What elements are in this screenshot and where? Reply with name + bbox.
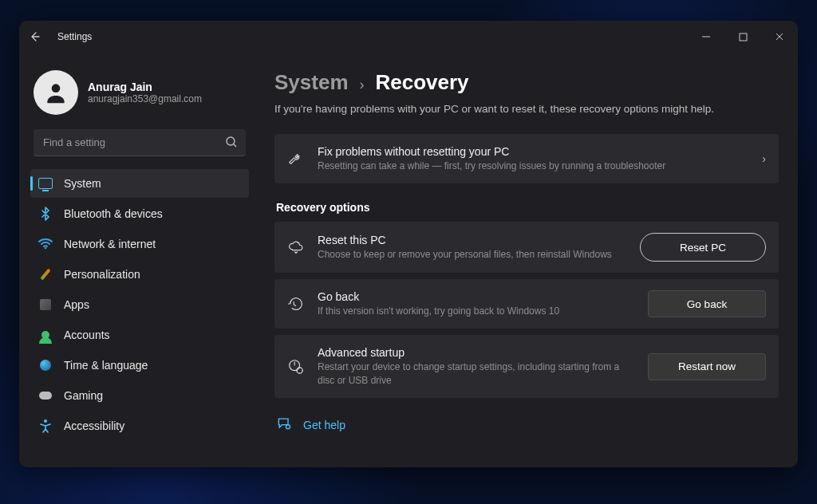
svg-point-3 — [45, 247, 47, 250]
nav-list: System Bluetooth & devices Network & int… — [30, 169, 249, 440]
minimize-icon — [701, 32, 711, 41]
chevron-right-icon: › — [762, 152, 766, 165]
accessibility-icon — [38, 419, 53, 433]
sidebar-item-time-language[interactable]: Time & language — [30, 351, 249, 380]
sidebar-item-apps[interactable]: Apps — [30, 290, 249, 319]
card-desc: If this version isn't working, try going… — [318, 305, 635, 317]
svg-rect-0 — [740, 33, 747, 41]
sidebar-item-label: Network & internet — [64, 238, 156, 250]
go-back-card: Go back If this version isn't working, t… — [274, 279, 779, 329]
sidebar-item-gaming[interactable]: Gaming — [30, 381, 249, 410]
titlebar: Settings — [19, 21, 798, 53]
paintbrush-icon — [38, 267, 53, 282]
svg-point-7 — [286, 424, 290, 428]
sidebar-item-label: Time & language — [64, 359, 148, 372]
sidebar-item-label: Accessibility — [64, 419, 124, 432]
svg-point-4 — [44, 419, 47, 423]
sidebar-item-label: Personalization — [64, 268, 140, 281]
card-title: Fix problems without resetting your PC — [318, 145, 749, 158]
card-desc: Resetting can take a while — first, try … — [318, 159, 749, 172]
page-subtitle: If you're having problems with your PC o… — [274, 103, 779, 115]
search-icon — [225, 136, 238, 152]
user-account-row[interactable]: Anurag Jain anuragjain353@gmail.com — [34, 70, 246, 115]
sidebar-item-system[interactable]: System — [30, 169, 249, 198]
svg-point-2 — [227, 137, 235, 145]
svg-point-1 — [52, 84, 61, 93]
sidebar-item-accounts[interactable]: Accounts — [30, 321, 249, 349]
card-desc: Restart your device to change startup se… — [318, 360, 635, 386]
wrench-icon — [287, 150, 305, 167]
close-button[interactable] — [761, 21, 798, 53]
sidebar-item-personalization[interactable]: Personalization — [30, 260, 249, 289]
advanced-startup-card: Advanced startup Restart your device to … — [274, 335, 779, 397]
sidebar-item-label: Gaming — [64, 389, 103, 402]
card-desc: Choose to keep or remove your personal f… — [318, 248, 627, 261]
sidebar-item-label: Accounts — [64, 329, 110, 341]
sidebar-item-bluetooth[interactable]: Bluetooth & devices — [30, 199, 249, 228]
sidebar-item-accessibility[interactable]: Accessibility — [30, 411, 249, 440]
user-email: anuragjain353@gmail.com — [88, 93, 202, 104]
window-title: Settings — [57, 31, 92, 42]
search-input[interactable] — [34, 129, 246, 156]
get-help-link[interactable]: Get help — [303, 419, 345, 431]
settings-window: Settings Anurag Jain anuragjain353@gmail… — [19, 21, 798, 467]
user-name: Anurag Jain — [88, 81, 202, 93]
breadcrumb: System › Recovery — [274, 70, 779, 95]
avatar — [34, 70, 78, 115]
card-title: Reset this PC — [318, 234, 627, 246]
gamepad-icon — [38, 388, 53, 403]
arrow-left-icon — [29, 30, 41, 43]
cloud-reset-icon — [287, 238, 305, 256]
go-back-button[interactable]: Go back — [648, 290, 766, 317]
window-controls — [688, 21, 798, 53]
reset-pc-card: Reset this PC Choose to keep or remove y… — [274, 222, 779, 273]
accounts-icon — [38, 328, 53, 342]
sidebar: Anurag Jain anuragjain353@gmail.com Syst… — [19, 53, 259, 467]
svg-point-6 — [297, 367, 302, 372]
sidebar-item-label: System — [64, 177, 101, 190]
history-icon — [287, 295, 305, 313]
card-title: Go back — [318, 290, 635, 303]
help-chat-icon — [276, 415, 292, 435]
search-box — [34, 129, 246, 156]
globe-icon — [38, 358, 53, 372]
apps-icon — [38, 297, 53, 312]
close-icon — [775, 32, 784, 41]
troubleshoot-card[interactable]: Fix problems without resetting your PC R… — [274, 134, 779, 183]
minimize-button[interactable] — [688, 21, 724, 53]
page-title: Recovery — [376, 70, 469, 95]
card-title: Advanced startup — [318, 346, 635, 359]
sidebar-item-label: Bluetooth & devices — [64, 207, 163, 220]
reset-pc-button[interactable]: Reset PC — [640, 233, 766, 262]
maximize-icon — [739, 33, 748, 41]
wifi-icon — [38, 237, 53, 251]
main-content: System › Recovery If you're having probl… — [259, 53, 798, 467]
back-button[interactable] — [19, 21, 51, 53]
person-icon — [43, 80, 69, 105]
get-help-row: Get help — [274, 415, 779, 435]
section-heading: Recovery options — [276, 201, 779, 214]
system-icon — [38, 176, 53, 191]
maximize-button[interactable] — [724, 21, 761, 53]
breadcrumb-parent[interactable]: System — [274, 70, 349, 95]
power-gear-icon — [287, 358, 305, 376]
restart-now-button[interactable]: Restart now — [648, 353, 766, 380]
bluetooth-icon — [38, 207, 53, 221]
chevron-right-icon: › — [360, 77, 365, 93]
sidebar-item-label: Apps — [64, 298, 89, 311]
sidebar-item-network[interactable]: Network & internet — [30, 230, 249, 258]
